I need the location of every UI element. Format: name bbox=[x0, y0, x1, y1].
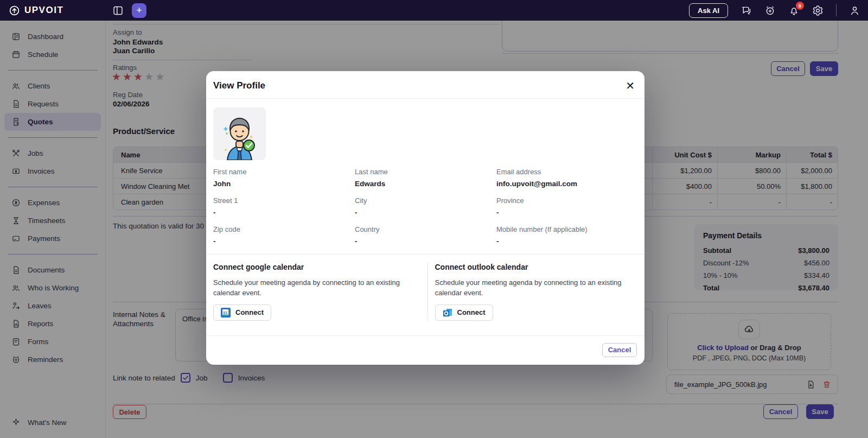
notification-badge: 9 bbox=[796, 2, 804, 10]
field-value: - bbox=[213, 208, 355, 217]
notifications[interactable]: 9 bbox=[788, 5, 800, 16]
field-value: Edwards bbox=[355, 180, 496, 188]
modal-body: First nameJohn Last nameEdwards Email ad… bbox=[206, 99, 644, 254]
upvoit-logo-icon bbox=[9, 5, 20, 16]
field-label: Last name bbox=[355, 168, 496, 176]
profile-avatar bbox=[213, 107, 266, 160]
add-new-button[interactable]: + bbox=[132, 3, 146, 18]
outlook-connect-button[interactable]: Connect bbox=[435, 304, 493, 321]
top-bar-divider bbox=[836, 4, 837, 16]
view-profile-modal: View Profile ✕ bbox=[206, 71, 644, 365]
outlook-icon bbox=[443, 308, 452, 318]
avatar-illustration-icon bbox=[213, 107, 266, 160]
app-window: UPVOIT + Ask AI 9 Dashboard Schedule bbox=[0, 0, 868, 438]
top-bar-actions: Ask AI 9 bbox=[689, 0, 860, 21]
google-calendar-block: Connect google calendar Schedule your me… bbox=[213, 263, 428, 321]
modal-footer: Cancel bbox=[206, 336, 644, 365]
reminder-add-icon[interactable] bbox=[764, 5, 776, 16]
field-value: - bbox=[213, 237, 355, 245]
close-icon[interactable]: ✕ bbox=[626, 80, 635, 91]
brand-logo[interactable]: UPVOIT bbox=[0, 5, 106, 16]
outlook-calendar-desc: Schedule your meeting agenda by connecti… bbox=[435, 278, 637, 299]
outlook-calendar-title: Connect outlook calendar bbox=[435, 263, 637, 271]
field-value: - bbox=[355, 208, 496, 217]
ask-ai-button[interactable]: Ask AI bbox=[689, 3, 728, 18]
field-label: Mobile number (If applicable) bbox=[496, 225, 637, 233]
modal-header: View Profile ✕ bbox=[206, 71, 644, 98]
chat-icon[interactable] bbox=[741, 5, 752, 16]
field-value: John bbox=[213, 180, 355, 188]
field-label: Zip code bbox=[213, 225, 355, 233]
modal-title: View Profile bbox=[213, 80, 265, 91]
sidebar-toggle-icon[interactable] bbox=[112, 5, 124, 16]
field-label: City bbox=[355, 196, 496, 205]
field-value: info.upvoit@gmail.com bbox=[496, 180, 637, 188]
top-bar: UPVOIT + Ask AI 9 bbox=[0, 0, 868, 21]
svg-text:31: 31 bbox=[223, 310, 227, 315]
field-label: Country bbox=[355, 225, 496, 233]
field-label: Email address bbox=[496, 168, 637, 176]
google-connect-button[interactable]: 31 Connect bbox=[213, 304, 271, 321]
field-value: - bbox=[496, 208, 637, 217]
settings-gear-icon[interactable] bbox=[812, 5, 824, 16]
google-calendar-title: Connect google calendar bbox=[213, 263, 416, 271]
google-calendar-desc: Schedule your meeting agenda by connecti… bbox=[213, 278, 416, 299]
calendar-connect-section: Connect google calendar Schedule your me… bbox=[206, 255, 644, 335]
connect-button-label: Connect bbox=[457, 308, 486, 316]
field-label: Province bbox=[496, 196, 637, 205]
field-label: First name bbox=[213, 168, 355, 176]
brand-name: UPVOIT bbox=[24, 5, 63, 16]
user-profile-icon[interactable] bbox=[849, 5, 860, 16]
modal-cancel-button[interactable]: Cancel bbox=[602, 343, 637, 357]
profile-fields: First nameJohn Last nameEdwards Email ad… bbox=[213, 168, 637, 254]
outlook-calendar-block: Connect outlook calendar Schedule your m… bbox=[428, 263, 637, 321]
field-value: - bbox=[355, 237, 496, 245]
google-calendar-icon: 31 bbox=[221, 308, 231, 318]
field-label: Street 1 bbox=[213, 196, 355, 205]
connect-button-label: Connect bbox=[235, 308, 264, 316]
field-value: - bbox=[496, 237, 637, 245]
